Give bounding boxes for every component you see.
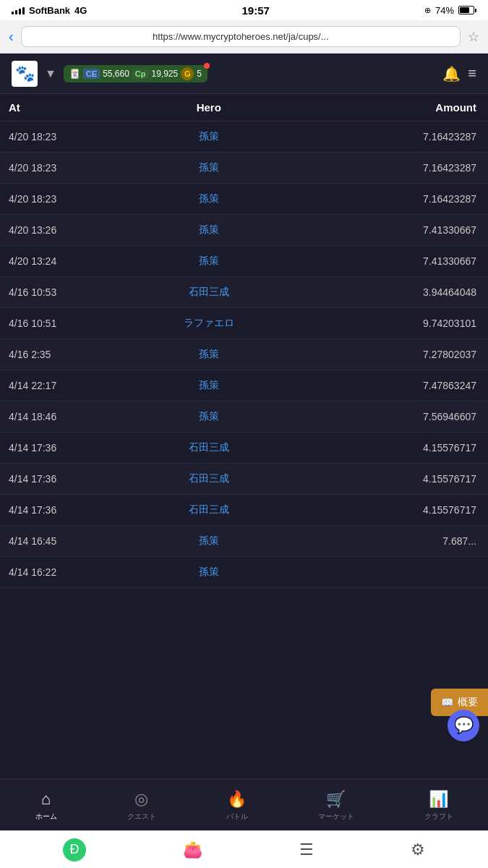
table-row: 4/16 2:35孫策7.27802037 — [0, 339, 488, 370]
hamburger-menu-icon[interactable]: ≡ — [468, 65, 476, 82]
table-row: 4/14 17:36石田三成4.15576717 — [0, 495, 488, 526]
table-row: 4/20 18:23孫策7.16423287 — [0, 122, 488, 153]
header-at: At — [0, 101, 116, 114]
cp-badge: Cp — [132, 69, 149, 79]
nav-quest-label: クエスト — [127, 812, 156, 822]
cell-at: 4/14 22:17 — [0, 380, 116, 391]
url-bar[interactable]: https://www.mycryptoheroes.net/ja/cups/.… — [21, 26, 461, 47]
cell-hero[interactable]: 石田三成 — [116, 286, 302, 299]
table-row: 4/20 13:24孫策7.41330667 — [0, 246, 488, 277]
home-icon: ⌂ — [41, 790, 51, 809]
app-header: 🐾 ▼ 🃏 CE 55,660 Cp 19,925 G 5 🔔 ≡ — [0, 54, 488, 94]
cell-amount: 4.15576717 — [302, 473, 489, 485]
main-content: At Hero Amount 4/20 18:23孫策7.164232874/2… — [0, 94, 488, 778]
cell-at: 4/14 17:36 — [0, 442, 116, 454]
table-row: 4/20 13:26孫策7.41330667 — [0, 215, 488, 246]
app-logo[interactable]: 🐾 — [12, 61, 38, 87]
ce-amount: 55,660 — [103, 69, 129, 79]
location-icon: ⊕ — [424, 6, 431, 15]
carrier-label: SoftBank — [29, 5, 70, 16]
cell-at: 4/14 16:22 — [0, 566, 116, 578]
status-right: ⊕ 74% — [424, 5, 476, 16]
cell-at: 4/20 13:26 — [0, 224, 116, 236]
wallet-icon[interactable]: 👛 — [183, 841, 202, 859]
discord-icon: 💬 — [454, 716, 474, 735]
time-label: 19:57 — [242, 4, 270, 17]
cell-hero[interactable]: 孫策 — [116, 348, 302, 361]
notification-bell-icon[interactable]: 🔔 — [442, 65, 461, 82]
status-left: SoftBank 4G — [12, 5, 87, 16]
settings-icon[interactable]: ⚙ — [411, 841, 425, 859]
nav-craft-label: クラフト — [424, 812, 453, 822]
cell-hero[interactable]: 孫策 — [116, 224, 302, 237]
cp-amount: 19,925 — [152, 69, 179, 79]
cell-amount: 7.47863247 — [302, 380, 489, 391]
cell-amount: 7.16423287 — [302, 193, 489, 205]
table-row: 4/14 16:22孫策 — [0, 557, 488, 588]
cell-at: 4/14 18:46 — [0, 411, 116, 422]
table-body: 4/20 18:23孫策7.164232874/20 18:23孫策7.1642… — [0, 122, 488, 588]
market-icon: 🛒 — [326, 790, 346, 809]
dash-circle-icon[interactable]: Ð — [63, 838, 86, 861]
cell-hero[interactable]: 孫策 — [116, 161, 302, 174]
network-label: 4G — [74, 5, 87, 16]
battery-percentage: 74% — [435, 5, 454, 16]
menu-bars-icon[interactable]: ☰ — [299, 841, 314, 859]
g-badge: G — [181, 67, 194, 80]
cell-hero[interactable]: 孫策 — [116, 192, 302, 205]
cell-hero[interactable]: 石田三成 — [116, 441, 302, 454]
table-row: 4/14 17:36石田三成4.15576717 — [0, 464, 488, 495]
cell-hero[interactable]: 孫策 — [116, 255, 302, 268]
header-hero: Hero — [116, 101, 302, 114]
table-row: 4/14 16:45孫策7.687... — [0, 526, 488, 557]
cell-at: 4/14 16:45 — [0, 535, 116, 547]
dropdown-arrow-icon[interactable]: ▼ — [45, 67, 56, 80]
nav-craft[interactable]: 📊 クラフト — [424, 790, 453, 822]
cell-hero[interactable]: 石田三成 — [116, 472, 302, 485]
cell-hero[interactable]: 孫策 — [116, 410, 302, 423]
cell-hero[interactable]: 孫策 — [116, 566, 302, 579]
system-bar: Ð 👛 ☰ ⚙ — [0, 830, 488, 868]
summary-book-icon: 📖 — [441, 697, 453, 708]
cell-hero[interactable]: ラファエロ — [116, 317, 302, 330]
nav-home-label: ホーム — [35, 812, 57, 822]
ce-badge: CE — [83, 69, 100, 79]
browser-bar: ‹ https://www.mycryptoheroes.net/ja/cups… — [0, 20, 488, 54]
cell-amount: 4.15576717 — [302, 442, 489, 454]
cell-amount: 7.41330667 — [302, 255, 489, 267]
cell-at: 4/14 17:36 — [0, 473, 116, 485]
cell-at: 4/20 18:23 — [0, 162, 116, 174]
cell-hero[interactable]: 石田三成 — [116, 503, 302, 516]
battery-icon — [458, 6, 476, 14]
header-amount: Amount — [302, 101, 489, 114]
cell-at: 4/14 17:36 — [0, 504, 116, 516]
cell-amount: 7.687... — [302, 535, 489, 547]
currency-card-ce[interactable]: 🃏 CE 55,660 Cp 19,925 G 5 — [64, 65, 207, 82]
back-button[interactable]: ‹ — [9, 28, 14, 45]
cell-at: 4/20 18:23 — [0, 193, 116, 205]
nav-battle[interactable]: 🔥 バトル — [226, 790, 248, 822]
cell-amount: 3.94464048 — [302, 286, 489, 298]
nav-home[interactable]: ⌂ ホーム — [35, 790, 57, 822]
bookmark-icon[interactable]: ☆ — [468, 29, 479, 45]
cell-at: 4/16 10:51 — [0, 318, 116, 329]
cell-at: 4/16 2:35 — [0, 349, 116, 360]
discord-button[interactable]: 💬 — [448, 710, 479, 741]
nav-market-label: マーケット — [318, 812, 354, 822]
cell-hero[interactable]: 孫策 — [116, 535, 302, 548]
nav-quest[interactable]: ◎ クエスト — [127, 790, 156, 822]
cell-amount: 9.74203101 — [302, 318, 489, 329]
cell-amount: 4.15576717 — [302, 504, 489, 516]
table-row: 4/16 10:53石田三成3.94464048 — [0, 277, 488, 308]
nav-market[interactable]: 🛒 マーケット — [318, 790, 354, 822]
cell-at: 4/20 13:24 — [0, 255, 116, 267]
table-row: 4/20 18:23孫策7.16423287 — [0, 184, 488, 215]
summary-label: 概要 — [458, 696, 478, 709]
paw-icon: 🐾 — [15, 64, 35, 83]
table-header: At Hero Amount — [0, 94, 488, 122]
cell-amount: 7.16423287 — [302, 162, 489, 174]
cell-hero[interactable]: 孫策 — [116, 379, 302, 392]
table-row: 4/14 18:46孫策7.56946607 — [0, 401, 488, 433]
cell-hero[interactable]: 孫策 — [116, 130, 302, 143]
table-row: 4/16 10:51ラファエロ9.74203101 — [0, 308, 488, 339]
